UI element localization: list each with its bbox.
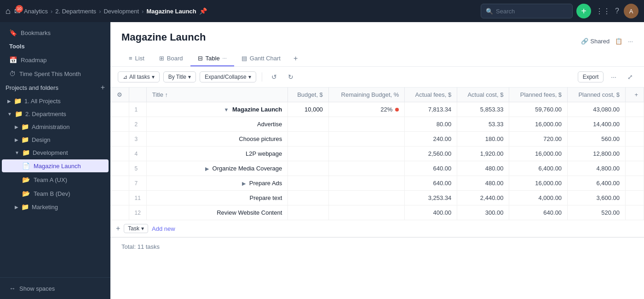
avatar[interactable]: A xyxy=(624,4,638,18)
sidebar-item-show-spaces[interactable]: ↔ Show spaces xyxy=(2,282,109,295)
sidebar-footer: ↔ Show spaces xyxy=(0,277,110,295)
filter-button[interactable]: ⊿ All tasks ▾ xyxy=(118,71,160,82)
sidebar-item-development[interactable]: ▼ 📁 Development xyxy=(2,147,109,158)
add-button[interactable]: + xyxy=(576,4,591,18)
tab-gantt[interactable]: ▤ Gantt Chart xyxy=(234,51,288,66)
col-settings[interactable]: ⚙ xyxy=(110,88,129,102)
col-budget[interactable]: Budget, $ xyxy=(288,88,329,102)
col-remaining[interactable]: Remaining Budget, % xyxy=(328,88,405,102)
shared-button[interactable]: 🔗 Shared xyxy=(581,38,610,45)
cell-budget: 10,000 xyxy=(288,102,329,117)
cell-title[interactable]: Prepare text xyxy=(146,191,288,205)
more-icon[interactable]: ··· xyxy=(628,38,633,45)
cell-actual-fees: 240.00 xyxy=(405,132,457,147)
tab-list-label: List xyxy=(135,55,144,62)
total-row: Total: 11 tasks xyxy=(110,237,644,256)
cell-settings xyxy=(110,132,129,147)
tab-table-label: Table xyxy=(206,55,220,62)
undo-icon[interactable]: ↺ xyxy=(268,71,281,82)
sidebar-item-marketing[interactable]: ▶ 📁 Marketing xyxy=(2,201,109,213)
cell-title[interactable]: L2P webpage xyxy=(146,147,288,161)
sidebar-item-departments[interactable]: ▼ 📁 2. Departments xyxy=(2,108,109,120)
cell-budget xyxy=(288,205,329,220)
redo-icon[interactable]: ↻ xyxy=(284,71,297,82)
admin-folder-icon: 📁 xyxy=(21,123,29,130)
sidebar-item-design[interactable]: ▶ 📁 Design xyxy=(2,134,109,146)
cell-title[interactable]: Review Website Content xyxy=(146,205,288,220)
cell-title[interactable]: Choose pictures xyxy=(146,132,288,147)
sidebar-show-spaces-label: Show spaces xyxy=(19,285,55,292)
search-input[interactable] xyxy=(496,8,560,15)
chevron-right-icon-marketing: ▶ xyxy=(15,205,18,210)
expand-collapse-button[interactable]: Expand/Collapse ▾ xyxy=(200,71,256,82)
breadcrumb-current[interactable]: Magazine Launch xyxy=(146,8,196,15)
tab-board-label: Board xyxy=(167,55,183,62)
content-header: Magazine Launch 🔗 Shared 📋 ··· ≡ List xyxy=(110,22,644,67)
sidebar-item-bookmarks[interactable]: 🔖 Bookmarks xyxy=(2,26,109,39)
pin-icon[interactable]: 📌 xyxy=(199,7,207,15)
projects-add-icon[interactable]: + xyxy=(101,83,105,92)
cell-planned-cost: 520.00 xyxy=(568,205,626,220)
sidebar-item-team-a[interactable]: 📂 Team A (UX) xyxy=(2,173,109,186)
col-actual-fees[interactable]: Actual fees, $ xyxy=(405,88,457,102)
table-tab-dots[interactable]: ··· xyxy=(223,55,227,61)
col-add[interactable]: + xyxy=(626,88,644,102)
group-by-button[interactable]: By Title ▾ xyxy=(163,71,196,82)
cell-num: 4 xyxy=(129,147,146,161)
task-type-badge[interactable]: Task ▾ xyxy=(124,224,148,233)
fullscreen-icon[interactable]: ⤢ xyxy=(624,71,637,82)
breadcrumb-analytics[interactable]: Analytics xyxy=(24,8,48,15)
departments-folder-icon: 📁 xyxy=(15,110,23,117)
home-icon[interactable]: ⌂ xyxy=(6,6,11,16)
cell-title[interactable]: ▶ Prepare Ads xyxy=(146,176,288,191)
add-new-link[interactable]: Add new xyxy=(152,225,175,232)
breadcrumb-development[interactable]: Development xyxy=(104,8,139,15)
cell-budget xyxy=(288,132,329,147)
sidebar-item-administration[interactable]: ▶ 📁 Administration xyxy=(2,121,109,133)
cell-actual-cost: 180.00 xyxy=(457,132,509,147)
calendar-icon[interactable]: 📋 xyxy=(615,38,622,45)
mail-icon[interactable]: ✉ 10 xyxy=(14,7,20,16)
plus-icon: + xyxy=(116,224,120,233)
doc-icon: 📄 xyxy=(22,162,30,170)
list-tab-icon: ≡ xyxy=(129,55,132,62)
sidebar-item-all-projects[interactable]: ▶ 📁 1. All Projects xyxy=(2,95,109,107)
sidebar-time-label: Time Spent This Month xyxy=(19,70,81,77)
tab-gantt-label: Gantt Chart xyxy=(250,55,281,62)
tab-add-button[interactable]: + xyxy=(288,51,303,66)
sidebar-item-magazine-launch[interactable]: 📄 Magazine Launch xyxy=(2,159,109,172)
add-task-row[interactable]: + Task ▾ Add new xyxy=(110,220,644,237)
dropdown-icon: ▾ xyxy=(152,74,155,80)
col-planned-fees[interactable]: Planned fees, $ xyxy=(509,88,568,102)
page-title-row: Magazine Launch 🔗 Shared 📋 ··· xyxy=(121,31,633,51)
bookmark-icon: 🔖 xyxy=(9,29,17,36)
grid-icon[interactable]: ⋮⋮ xyxy=(596,7,610,16)
sidebar-item-roadmap[interactable]: 📅 Roadmap xyxy=(2,53,109,66)
table-container: ⚙ Title ↑ Budget, $ Remaining Budget, % … xyxy=(110,88,644,299)
sidebar-item-tools[interactable]: Tools xyxy=(2,40,109,53)
topbar: ⌂ ✉ 10 Analytics › 2. Departments › Deve… xyxy=(0,0,644,22)
cell-planned-fees: 16,000.00 xyxy=(509,176,568,191)
tab-list[interactable]: ≡ List xyxy=(121,51,152,66)
sidebar-roadmap-label: Roadmap xyxy=(21,57,46,64)
breadcrumb-departments[interactable]: 2. Departments xyxy=(55,8,96,15)
tab-table[interactable]: ⊟ Table ··· xyxy=(190,51,234,66)
sidebar-item-team-b[interactable]: 📂 Team B (Dev) xyxy=(2,187,109,200)
cell-remaining xyxy=(328,117,405,132)
col-title[interactable]: Title ↑ xyxy=(146,88,288,102)
toolbar-more-icon[interactable]: ··· xyxy=(607,71,620,82)
cell-actual-cost: 53.33 xyxy=(457,117,509,132)
cell-title[interactable]: Advertise xyxy=(146,117,288,132)
sidebar-item-time-spent[interactable]: ⏱ Time Spent This Month xyxy=(2,67,109,80)
cell-planned-cost: 3,600.00 xyxy=(568,191,626,205)
sidebar-administration-label: Administration xyxy=(32,123,69,130)
cell-title[interactable]: ▶ Organize Media Coverage xyxy=(146,161,288,176)
folder2-icon-ux: 📂 xyxy=(22,176,30,183)
col-planned-cost[interactable]: Planned cost, $ xyxy=(568,88,626,102)
tab-board[interactable]: ⊞ Board xyxy=(152,51,190,66)
export-button[interactable]: Export xyxy=(578,71,604,82)
col-actual-cost[interactable]: Actual cost, $ xyxy=(457,88,509,102)
help-icon[interactable]: ? xyxy=(615,7,619,15)
col-num xyxy=(129,88,146,102)
cell-title[interactable]: ▼ Magazine Launch xyxy=(146,102,288,117)
